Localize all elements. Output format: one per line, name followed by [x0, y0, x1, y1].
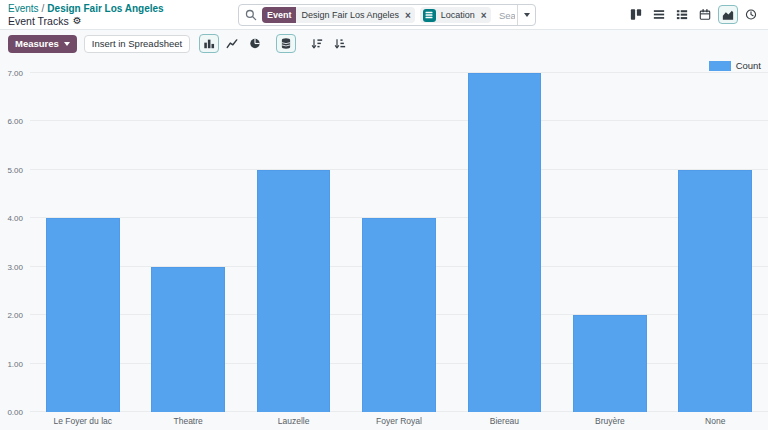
bar-chart-button[interactable]	[199, 34, 219, 53]
measures-button[interactable]: Measures	[8, 35, 77, 53]
list-view-button[interactable]	[649, 5, 669, 24]
breadcrumb-event-link[interactable]: Design Fair Los Angeles	[47, 3, 163, 14]
chart-bar-7[interactable]	[678, 170, 752, 412]
x-axis-label: Biereau	[490, 416, 519, 426]
y-axis-tick: 4.00	[7, 214, 23, 223]
y-axis-tick: 1.00	[7, 359, 23, 368]
kanban-view-button[interactable]	[626, 5, 646, 24]
x-axis-label: Lauzelle	[278, 416, 310, 426]
search-bar: Event Design Fair Los Angeles × Location…	[238, 4, 536, 26]
search-dropdown-toggle[interactable]	[517, 5, 535, 25]
chart-bar-3[interactable]	[257, 170, 331, 412]
graph-view-button[interactable]	[718, 5, 738, 24]
view-switcher	[626, 5, 761, 24]
chevron-down-icon	[524, 13, 530, 17]
breadcrumb-separator: /	[42, 3, 45, 14]
sort-descending-button[interactable]	[307, 34, 327, 53]
chart-legend[interactable]: Count	[709, 60, 761, 71]
chart-type-buttons	[199, 34, 350, 53]
search-facet-event: Event Design Fair Los Angeles ×	[262, 7, 415, 23]
x-axis-label: Theatre	[173, 416, 202, 426]
facet-filter-value: Design Fair Los Angeles	[296, 10, 404, 20]
x-axis-label: Foyer Royal	[376, 416, 422, 426]
sort-amount-asc-icon	[334, 37, 346, 50]
detail-list-icon	[676, 8, 688, 21]
gridline	[30, 169, 768, 170]
area-chart-icon	[722, 8, 734, 21]
remove-facet-icon[interactable]: ×	[480, 10, 491, 21]
insert-in-spreadsheet-button[interactable]: Insert in Spreadsheet	[84, 35, 190, 53]
y-axis-tick: 2.00	[7, 311, 23, 320]
line-chart-icon	[226, 37, 238, 50]
layer-group-icon	[423, 9, 436, 22]
chart-bar-1[interactable]	[46, 218, 120, 412]
calendar-view-button[interactable]	[695, 5, 715, 24]
events-graph-screen: Events/Design Fair Los Angeles Event Tra…	[0, 0, 768, 430]
kanban-icon	[630, 8, 642, 21]
x-axis-label: Bruyère	[595, 416, 625, 426]
pie-chart-button[interactable]	[245, 34, 265, 53]
action-menu-gear-icon[interactable]: ⚙	[73, 16, 82, 26]
breadcrumb-events-link[interactable]: Events	[8, 3, 39, 14]
plot-area	[30, 73, 768, 412]
y-axis-tick: 5.00	[7, 165, 23, 174]
search-input[interactable]	[497, 9, 517, 22]
clock-icon	[745, 8, 757, 21]
y-axis-tick: 7.00	[7, 69, 23, 78]
gridline	[30, 120, 768, 121]
breadcrumb-line: Events/Design Fair Los Angeles	[8, 3, 164, 15]
graph-toolbar: Measures Insert in Spreadsheet	[0, 31, 768, 56]
pie-chart-icon	[249, 37, 261, 50]
list-icon	[653, 8, 665, 21]
x-axis-labels: Le Foyer du lacTheatreLauzelleFoyer Roya…	[30, 416, 768, 428]
facet-filter-label: Event	[262, 7, 297, 23]
measures-label: Measures	[15, 38, 59, 49]
facet-groupby-value: Location	[436, 10, 480, 20]
y-axis-tick: 6.00	[7, 117, 23, 126]
stacked-toggle-button[interactable]	[276, 34, 296, 53]
detail-list-view-button[interactable]	[672, 5, 692, 24]
sort-amount-desc-icon	[311, 37, 323, 50]
search-facet-groupby: Location ×	[420, 7, 491, 23]
chart-bar-2[interactable]	[151, 267, 225, 412]
activity-view-button[interactable]	[741, 5, 761, 24]
bar-chart-icon	[203, 37, 215, 50]
breadcrumb: Events/Design Fair Los Angeles Event Tra…	[8, 3, 164, 27]
y-axis-tick: 3.00	[7, 262, 23, 271]
x-axis-label: Le Foyer du lac	[53, 416, 112, 426]
line-chart-button[interactable]	[222, 34, 242, 53]
remove-facet-icon[interactable]: ×	[404, 10, 415, 21]
gridline	[30, 72, 768, 73]
calendar-icon	[699, 8, 711, 21]
control-panel: Events/Design Fair Los Angeles Event Tra…	[0, 0, 768, 30]
y-axis-labels: 0.001.002.003.004.005.006.007.00	[0, 73, 26, 412]
y-axis-tick: 0.00	[7, 408, 23, 417]
legend-label: Count	[736, 60, 761, 71]
x-axis-label: None	[705, 416, 725, 426]
search-icon	[245, 9, 257, 21]
chart-bar-5[interactable]	[468, 73, 542, 412]
page-title: Event Tracks	[8, 15, 69, 27]
chart-bar-4[interactable]	[362, 218, 436, 412]
database-icon	[280, 37, 292, 50]
chevron-down-icon	[64, 42, 70, 46]
legend-swatch	[709, 61, 731, 71]
chart-bar-6[interactable]	[573, 315, 647, 412]
sort-ascending-button[interactable]	[330, 34, 350, 53]
